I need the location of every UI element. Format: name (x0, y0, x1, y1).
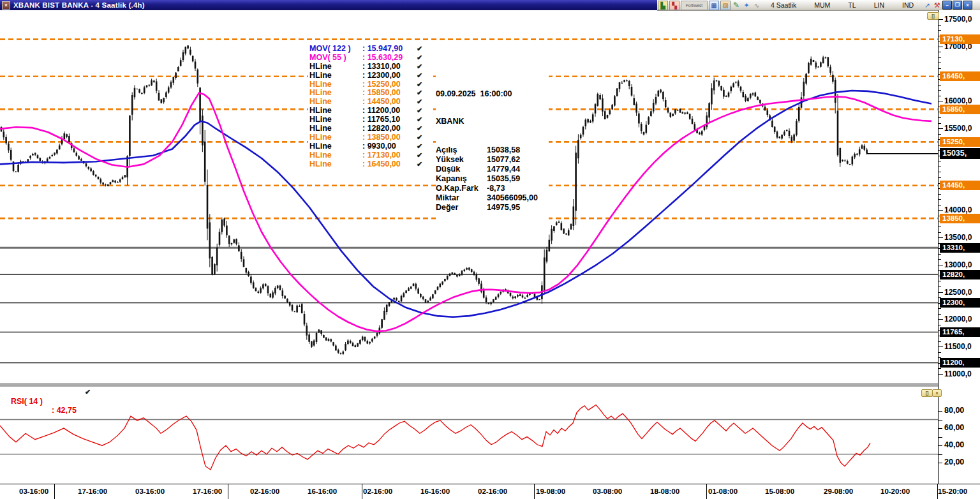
price-axis-tick (939, 368, 941, 369)
time-axis-label: 01-08:00 (708, 488, 738, 495)
legend-check-icon[interactable]: ✔ (417, 142, 422, 151)
quote-info-label: Açılış (436, 145, 457, 154)
rsi-line (0, 405, 870, 470)
legend-row-value: : 15250,00 (362, 80, 401, 89)
legend-check-icon[interactable]: ✔ (417, 160, 422, 169)
rsi-header: RSI( 14 ) : 42,75 ✔ (2, 388, 43, 398)
window-close-button[interactable]: x (963, 1, 972, 10)
draw-pencil-icon[interactable]: ✎ (732, 1, 741, 10)
price-axis-tick (939, 232, 941, 233)
grid-icon[interactable]: ▦ (709, 1, 719, 10)
legend-row-label: HLine (309, 63, 332, 71)
price-axis-tick (939, 30, 941, 31)
rsi-axis-tick (939, 420, 942, 421)
legend-row-value: : 12820,00 (362, 124, 401, 133)
legend-row-value: : 12300,00 (362, 71, 401, 80)
period-button[interactable]: 4 Saatlik (762, 1, 805, 10)
price-axis-label: 17500,0 (944, 15, 972, 24)
legend-check-icon[interactable]: ✔ (417, 63, 422, 71)
currency-button[interactable]: TL (839, 1, 865, 10)
rsi-check-icon[interactable]: ✔ (85, 388, 91, 396)
price-axis-tick (939, 205, 941, 205)
price-pane-maximize-button[interactable]: [] (927, 12, 939, 20)
time-axis[interactable]: 03-16:0017-16:0003-16:0017-16:0002-16:00… (0, 484, 980, 499)
quote-info-row: Değer14975,95 (436, 203, 549, 212)
quote-info-value: 15038,58 (487, 145, 520, 155)
price-axis-tick (939, 90, 941, 91)
price-axis-tick (939, 167, 941, 167)
brand-mini-button[interactable]: Fortiwest (681, 1, 708, 10)
legend-row: MOV( 122 ): 15.947,90✔ (308, 45, 433, 54)
legend-row-value: : 11765,10 (362, 115, 400, 124)
time-axis-tick (362, 484, 362, 499)
legend-check-icon[interactable]: ✔ (417, 115, 422, 124)
price-axis-label: 11000,0 (944, 369, 972, 378)
quote-info-value: 15077,62 (487, 155, 520, 165)
rsi-pane-close-button[interactable]: x (932, 389, 942, 397)
legend-check-icon[interactable]: ✔ (417, 71, 422, 80)
price-axis[interactable]: 17500,017000,016000,015500,014000,013500… (938, 10, 980, 484)
trading-app-window: x XBANK BIST BANKA - 4 Saatlik (.4h) ▙ ▚… (0, 0, 980, 499)
quote-info-row: Miktar340566095,00 (436, 193, 549, 203)
candle-style-button[interactable]: MUM (805, 1, 839, 10)
legend-row-label: HLine (309, 89, 332, 98)
legend-row-label: HLine (309, 160, 332, 169)
indicator-button[interactable]: IND (893, 1, 923, 10)
price-axis-tick (939, 352, 941, 353)
rsi-pane-maximize-button[interactable]: [] (921, 389, 933, 397)
current-price-badge: 15035, (940, 148, 980, 159)
quote-info-row: Kapanış15035,59 (436, 174, 549, 184)
legend-check-icon[interactable]: ✔ (417, 45, 422, 54)
time-axis-label: 02-16:00 (250, 488, 279, 495)
time-axis-label: 02-16:00 (478, 488, 507, 495)
legend-row-value: : 17130,00 (362, 151, 401, 160)
rsi-axis-tick (939, 445, 942, 446)
minimize-button[interactable]: – (942, 1, 952, 10)
price-axis-label: 15500,0 (944, 124, 972, 133)
quote-info-row: O.Kap.Fark-8,73 (436, 184, 549, 193)
image-icon[interactable]: ▨ (720, 1, 731, 10)
price-axis-tick (939, 292, 943, 293)
legend-check-icon[interactable]: ✔ (417, 151, 422, 160)
price-axis-tick (939, 134, 941, 135)
window-titlebar: x XBANK BIST BANKA - 4 Saatlik (.4h) (0, 0, 657, 10)
legend-row-label: HLine (309, 71, 332, 80)
quote-info-label: O.Kap.Fark (436, 184, 479, 193)
quote-info-label: Düşük (436, 165, 460, 174)
legend-check-icon[interactable]: ✔ (417, 98, 422, 107)
legend-check-icon[interactable]: ✔ (417, 54, 422, 63)
price-axis-tick (939, 199, 941, 200)
price-axis-tick (939, 308, 941, 309)
quote-info-box: 09.09.2025 16:00:00 XBANK Açılış15038,58… (436, 71, 549, 230)
legend-check-icon[interactable]: ✔ (417, 107, 422, 115)
quote-info-row: Yüksek15077,62 (436, 155, 549, 165)
legend-row: HLine: 14450,00✔ (308, 98, 433, 107)
legend-check-icon[interactable]: ✔ (417, 133, 422, 142)
legend-row: HLine: 13310,00✔ (308, 63, 433, 71)
rsi-axis-label: 20,00 (944, 458, 964, 466)
chart-type-icon[interactable]: ▚ (669, 1, 679, 10)
close-icon[interactable]: x (2, 1, 10, 10)
restore-button[interactable]: ❐ (953, 1, 962, 10)
legend-row-label: HLine (309, 80, 332, 89)
legend-check-icon[interactable]: ✔ (417, 80, 422, 89)
time-axis-tick (534, 484, 535, 499)
quote-info-value: 15035,59 (487, 174, 520, 184)
time-axis-label: 19-08:00 (536, 488, 565, 495)
compass-icon[interactable]: ✦ (742, 1, 751, 10)
rsi-axis-tick (939, 454, 942, 455)
hline-price-badge: 11765, (940, 327, 980, 337)
scale-button[interactable]: LIN (865, 1, 893, 10)
chart-style-icon[interactable]: ▙ (658, 1, 668, 10)
legend-row-value: : 9930,00 (362, 142, 396, 151)
rsi-axis-label: 60,00 (944, 423, 964, 432)
time-axis-label: 18-08:00 (650, 488, 679, 495)
legend-row-label: MOV( 122 ) (309, 45, 351, 54)
legend-check-icon[interactable]: ✔ (417, 124, 422, 133)
legend-check-icon[interactable]: ✔ (417, 89, 422, 98)
legend-row-label: HLine (309, 98, 332, 107)
tools-icon[interactable]: ⚒ (933, 1, 941, 10)
zigzag-icon[interactable]: ∿ (752, 1, 761, 10)
pointer-arrow-icon[interactable]: ➚ (923, 1, 932, 10)
indicator-legend: MOV( 122 ): 15.947,90✔MOV( 55 ): 15.630,… (308, 45, 433, 168)
